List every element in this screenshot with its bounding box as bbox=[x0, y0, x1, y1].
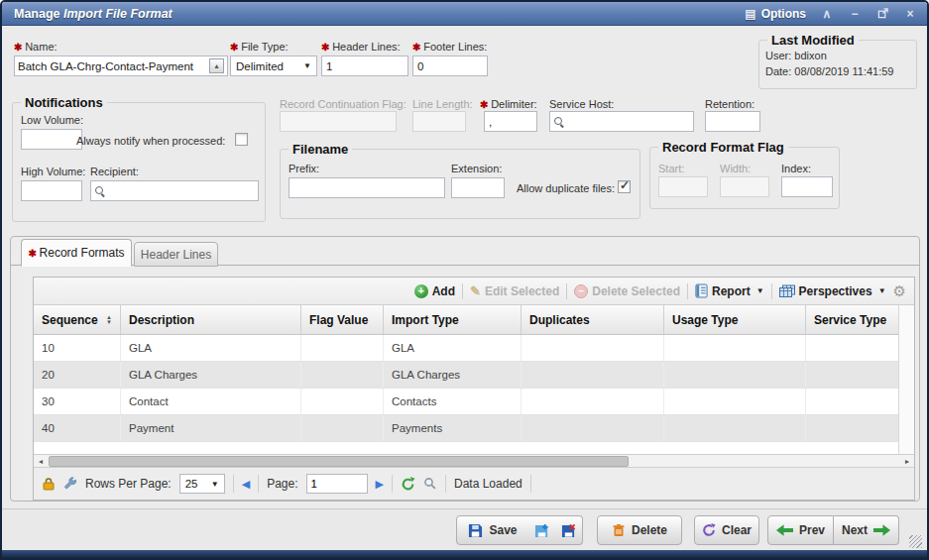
grid-cell: GLA Charges bbox=[121, 362, 301, 388]
allow-duplicate-label: Allow duplicate files: bbox=[517, 182, 615, 194]
add-button[interactable]: + Add bbox=[414, 284, 455, 298]
always-notify-checkbox[interactable] bbox=[235, 133, 248, 146]
table-row[interactable]: 40PaymentPayments bbox=[34, 415, 900, 442]
prev-button[interactable]: Prev bbox=[767, 515, 834, 545]
index-input[interactable] bbox=[781, 176, 833, 197]
page-label: Page: bbox=[267, 477, 297, 491]
toolbar-separator bbox=[687, 283, 688, 299]
service-host-label: Service Host: bbox=[549, 98, 614, 110]
recipient-field[interactable] bbox=[90, 180, 259, 201]
pager-separator bbox=[530, 475, 531, 493]
name-field[interactable]: ▴ bbox=[14, 56, 228, 76]
grid-cell bbox=[301, 362, 384, 388]
manage-import-file-format-window: Manage Import File Format ▤ Options ∧ − … bbox=[0, 0, 929, 560]
grid-cell: GLA bbox=[121, 335, 301, 361]
delimiter-input[interactable] bbox=[484, 111, 537, 132]
service-host-field[interactable] bbox=[549, 111, 694, 132]
next-button[interactable]: Next bbox=[834, 515, 899, 545]
title-emphasis: Import File Format bbox=[63, 7, 173, 21]
horizontal-scrollbar[interactable]: ◂ ▸ bbox=[34, 454, 914, 468]
high-volume-label: High Volume: bbox=[21, 166, 85, 177]
record-format-flag-group: Record Format Flag Start: Width: Index: bbox=[649, 140, 840, 209]
scroll-left-icon[interactable]: ◂ bbox=[34, 455, 48, 467]
save-button[interactable]: Save bbox=[456, 515, 529, 545]
minimize-icon[interactable]: − bbox=[848, 8, 862, 20]
grid-cell bbox=[522, 335, 664, 361]
pager-separator bbox=[233, 475, 234, 493]
save-and-close-button[interactable] bbox=[555, 515, 583, 545]
edit-selected-button[interactable]: ✎ Edit Selected bbox=[470, 283, 559, 298]
close-icon[interactable]: × bbox=[903, 8, 917, 20]
column-header[interactable]: Sequence▲▼ bbox=[34, 305, 121, 334]
grid-cell bbox=[301, 335, 384, 361]
prefix-input[interactable] bbox=[289, 177, 445, 198]
grid-cell bbox=[806, 335, 900, 361]
arrow-right-icon bbox=[873, 524, 890, 536]
retention-input[interactable] bbox=[705, 111, 760, 132]
scrollbar-thumb[interactable] bbox=[49, 456, 629, 467]
options-button[interactable]: ▤ Options bbox=[745, 7, 806, 21]
window-bottom-edge bbox=[2, 550, 927, 558]
table-row[interactable]: 10GLAGLA bbox=[34, 335, 900, 362]
toolbar-separator bbox=[462, 283, 463, 299]
next-page-icon[interactable]: ▶ bbox=[376, 478, 384, 491]
collapse-icon[interactable]: ∧ bbox=[820, 8, 834, 20]
grid-cell bbox=[664, 415, 806, 441]
record-format-flag-legend: Record Format Flag bbox=[658, 140, 788, 155]
footer-lines-input[interactable] bbox=[412, 56, 488, 76]
column-header[interactable]: Flag Value bbox=[301, 305, 384, 334]
extension-input[interactable] bbox=[451, 177, 505, 198]
title-bar[interactable]: Manage Import File Format ▤ Options ∧ − … bbox=[2, 2, 927, 26]
delete-selected-button[interactable]: − Delete Selected bbox=[574, 284, 680, 298]
column-header[interactable]: Service Type bbox=[806, 305, 900, 334]
name-edit-trigger-icon[interactable]: ▴ bbox=[209, 58, 224, 73]
grid-header-row: Sequence▲▼DescriptionFlag ValueImport Ty… bbox=[34, 305, 900, 335]
search-icon[interactable] bbox=[423, 477, 437, 491]
line-length-input bbox=[412, 111, 466, 132]
previous-page-icon[interactable]: ◀ bbox=[242, 478, 250, 491]
search-icon[interactable] bbox=[94, 185, 106, 197]
column-header[interactable]: Duplicates bbox=[522, 305, 664, 334]
low-volume-input[interactable] bbox=[21, 129, 82, 150]
page-input[interactable] bbox=[306, 474, 368, 494]
perspectives-button[interactable]: Perspectives ▼ bbox=[779, 284, 886, 298]
allow-duplicate-checkbox[interactable] bbox=[618, 180, 631, 193]
minus-circle-icon: − bbox=[574, 284, 588, 298]
tab-record-formats[interactable]: Record Formats bbox=[21, 239, 132, 267]
lock-icon[interactable] bbox=[42, 477, 56, 491]
options-label: Options bbox=[761, 7, 806, 21]
column-header[interactable]: Usage Type bbox=[664, 305, 806, 334]
tab-header-lines[interactable]: Header Lines bbox=[134, 242, 218, 267]
grid-cell bbox=[664, 389, 806, 414]
table-row[interactable]: 30ContactContacts bbox=[34, 389, 900, 415]
high-volume-input[interactable] bbox=[21, 180, 82, 201]
vertical-scrollbar[interactable] bbox=[898, 305, 914, 456]
service-host-input[interactable] bbox=[568, 116, 690, 128]
save-plus-icon bbox=[534, 523, 549, 538]
file-type-select[interactable]: Delimited ▼ bbox=[230, 56, 317, 76]
popout-icon[interactable] bbox=[875, 8, 889, 21]
recipient-input[interactable] bbox=[109, 185, 255, 197]
column-header[interactable]: Description bbox=[121, 305, 301, 334]
sort-icon[interactable]: ▲▼ bbox=[106, 315, 112, 325]
clear-button[interactable]: Clear bbox=[694, 515, 759, 545]
report-button[interactable]: Report ▼ bbox=[695, 283, 764, 298]
grid-cell bbox=[301, 415, 384, 441]
scroll-right-icon[interactable]: ▸ bbox=[900, 455, 914, 467]
grid-cell: GLA Charges bbox=[384, 362, 522, 388]
gear-icon[interactable]: ⚙ bbox=[893, 282, 906, 300]
footer-bar: Save Delete Clear Prev Next bbox=[2, 508, 927, 552]
save-and-add-button[interactable] bbox=[528, 515, 556, 545]
name-input[interactable] bbox=[18, 60, 206, 72]
column-header[interactable]: Import Type bbox=[384, 305, 522, 334]
grid-cell: Payment bbox=[121, 415, 301, 441]
search-icon[interactable] bbox=[553, 116, 565, 128]
delete-button[interactable]: Delete bbox=[597, 515, 682, 545]
header-lines-input[interactable] bbox=[321, 56, 408, 76]
table-row[interactable]: 20GLA ChargesGLA Charges bbox=[34, 362, 900, 389]
resize-handle[interactable] bbox=[909, 535, 922, 548]
refresh-icon[interactable] bbox=[401, 477, 415, 492]
wrench-icon[interactable] bbox=[63, 477, 77, 491]
rows-per-page-select[interactable]: 25 ▼ bbox=[179, 474, 225, 494]
pager-status: Data Loaded bbox=[454, 477, 523, 491]
